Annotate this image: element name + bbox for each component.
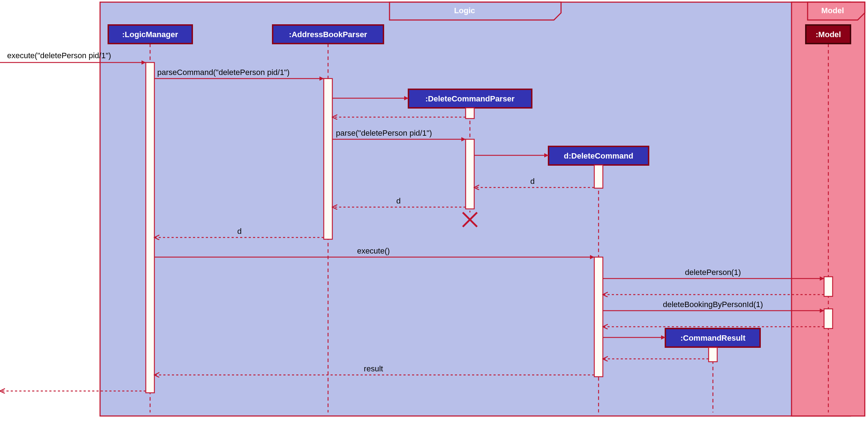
participant-delete-command-label: d:DeleteCommand — [564, 151, 633, 160]
msg-return-d-3-label: d — [237, 227, 242, 236]
svg-rect-21 — [824, 309, 833, 329]
svg-rect-18 — [594, 165, 603, 188]
msg-execute-label: execute() — [357, 246, 390, 255]
participant-addressbook-parser: :AddressBookParser — [273, 25, 383, 44]
frame-model-label: Model — [821, 6, 844, 15]
svg-rect-15 — [324, 79, 332, 239]
svg-rect-19 — [594, 257, 603, 377]
participant-command-result-label: :CommandResult — [680, 334, 746, 342]
participant-command-result: :CommandResult — [665, 329, 760, 347]
participant-logic-manager-label: :LogicManager — [122, 30, 178, 39]
svg-rect-22 — [709, 347, 717, 362]
svg-rect-17 — [466, 139, 474, 209]
frame-logic-label: Logic — [454, 6, 475, 15]
participant-delete-command-parser-label: :DeleteCommandParser — [425, 94, 515, 103]
msg-result-label: result — [364, 364, 383, 373]
frame-logic: Logic — [100, 2, 850, 416]
msg-parse-command-label: parseCommand("deletePerson pid/1") — [157, 68, 289, 77]
svg-rect-0 — [100, 2, 850, 416]
svg-rect-14 — [146, 62, 154, 393]
msg-parse-label: parse("deletePerson pid/1") — [336, 129, 432, 137]
msg-return-d-2-label: d — [396, 196, 401, 205]
svg-rect-16 — [466, 108, 474, 119]
msg-return-d-1-label: d — [530, 177, 535, 186]
svg-rect-20 — [824, 277, 833, 296]
msg-execute-in-label: execute("deletePerson pid/1") — [7, 51, 111, 60]
participant-model: :Model — [806, 25, 850, 44]
participant-delete-command-parser: :DeleteCommandParser — [408, 89, 532, 108]
participant-addressbook-parser-label: :AddressBookParser — [289, 30, 367, 39]
participant-model-label: :Model — [816, 30, 841, 39]
msg-delete-booking-label: deleteBookingByPersonId(1) — [663, 300, 763, 309]
participant-delete-command: d:DeleteCommand — [549, 146, 649, 165]
participant-logic-manager: :LogicManager — [108, 25, 192, 44]
msg-delete-person-label: deletePerson(1) — [685, 268, 741, 277]
